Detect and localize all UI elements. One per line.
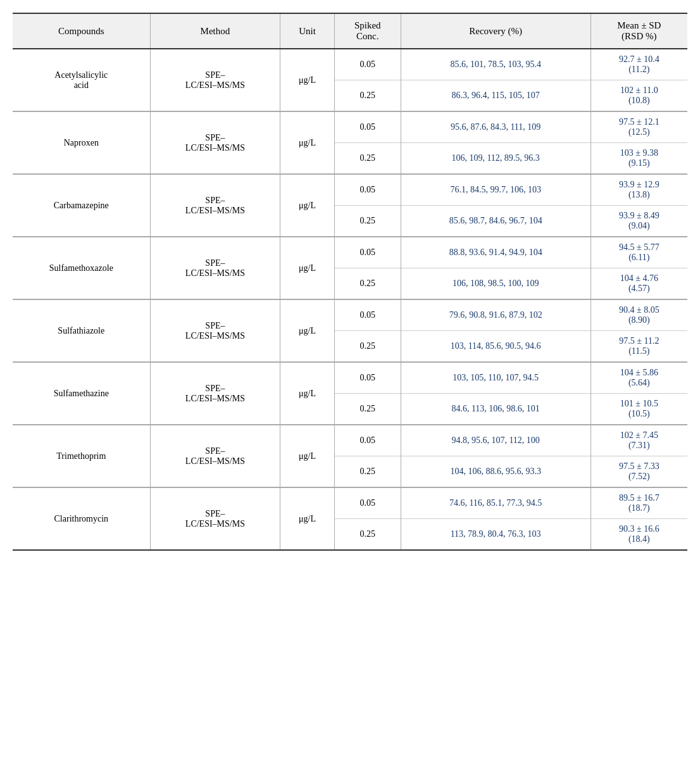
mean-sd-cell: 97.5 ± 7.33(7.52) [591,456,687,488]
mean-sd-cell: 97.5 ± 12.1(12.5) [591,111,687,143]
unit-cell: μg/L [280,49,335,111]
unit-cell: μg/L [280,174,335,237]
compound-name-cell: Trimethoprim [13,425,150,487]
mean-sd-cell: 93.9 ± 8.49(9.04) [591,206,687,237]
method-cell: SPE–LC/ESI–MS/MS [150,425,280,487]
compound-name-cell: Naproxen [13,111,150,174]
conc-cell: 0.25 [334,456,401,488]
conc-cell: 0.25 [334,331,401,363]
mean-sd-cell: 104 ± 4.76(4.57) [591,268,687,300]
table-row: AcetylsalicylicacidSPE–LC/ESI–MS/MSμg/L0… [13,49,687,80]
mean-sd-cell: 103 ± 9.38(9.15) [591,143,687,175]
recovery-cell: 94.8, 95.6, 107, 112, 100 [401,425,591,456]
mean-sd-cell: 104 ± 5.86(5.64) [591,362,687,394]
mean-sd-cell: 92.7 ± 10.4(11.2) [591,49,687,80]
table-row: CarbamazepineSPE–LC/ESI–MS/MSμg/L0.0576.… [13,174,687,206]
compound-name-cell: Sulfathiazole [13,299,150,362]
compound-name-cell: Sulfamethoxazole [13,237,150,299]
unit-cell: μg/L [280,425,335,487]
mean-sd-cell: 90.4 ± 8.05(8.90) [591,299,687,331]
recovery-cell: 85.6, 98.7, 84.6, 96.7, 104 [401,206,591,237]
recovery-cell: 113, 78.9, 80.4, 76.3, 103 [401,519,591,551]
table-row: SulfathiazoleSPE–LC/ESI–MS/MSμg/L0.0579.… [13,299,687,331]
table-row: NaproxenSPE–LC/ESI–MS/MSμg/L0.0595.6, 87… [13,111,687,143]
method-cell: SPE–LC/ESI–MS/MS [150,299,280,362]
header-recovery: Recovery (%) [401,13,591,49]
header-mean-sd: Mean ± SD(RSD %) [591,13,687,49]
conc-cell: 0.25 [334,143,401,175]
conc-cell: 0.05 [334,299,401,331]
table-wrapper: Compounds Method Unit SpikedConc. Recove… [13,13,687,551]
table-row: ClarithromycinSPE–LC/ESI–MS/MSμg/L0.0574… [13,487,687,519]
unit-cell: μg/L [280,362,335,425]
method-cell: SPE–LC/ESI–MS/MS [150,49,280,111]
conc-cell: 0.25 [334,268,401,300]
recovery-cell: 85.6, 101, 78.5, 103, 95.4 [401,49,591,80]
data-table: Compounds Method Unit SpikedConc. Recove… [13,13,687,551]
recovery-cell: 95.6, 87.6, 84.3, 111, 109 [401,111,591,143]
recovery-cell: 104, 106, 88.6, 95.6, 93.3 [401,456,591,488]
conc-cell: 0.05 [334,174,401,206]
method-cell: SPE–LC/ESI–MS/MS [150,237,280,299]
mean-sd-cell: 102 ± 7.45(7.31) [591,425,687,456]
recovery-cell: 84.6, 113, 106, 98.6, 101 [401,394,591,425]
method-cell: SPE–LC/ESI–MS/MS [150,362,280,425]
conc-cell: 0.25 [334,519,401,551]
table-row: SulfamethazineSPE–LC/ESI–MS/MSμg/L0.0510… [13,362,687,394]
recovery-cell: 106, 109, 112, 89.5, 96.3 [401,143,591,175]
header-method: Method [150,13,280,49]
table-row: TrimethoprimSPE–LC/ESI–MS/MSμg/L0.0594.8… [13,425,687,456]
conc-cell: 0.05 [334,425,401,456]
recovery-cell: 106, 108, 98.5, 100, 109 [401,268,591,300]
unit-cell: μg/L [280,237,335,299]
conc-cell: 0.05 [334,49,401,80]
header-row: Compounds Method Unit SpikedConc. Recove… [13,13,687,49]
conc-cell: 0.05 [334,111,401,143]
compound-name-cell: Acetylsalicylicacid [13,49,150,111]
conc-cell: 0.05 [334,362,401,394]
recovery-cell: 86.3, 96.4, 115, 105, 107 [401,80,591,112]
method-cell: SPE–LC/ESI–MS/MS [150,174,280,237]
unit-cell: μg/L [280,487,335,550]
recovery-cell: 103, 114, 85.6, 90.5, 94.6 [401,331,591,363]
unit-cell: μg/L [280,111,335,174]
unit-cell: μg/L [280,299,335,362]
conc-cell: 0.25 [334,394,401,425]
mean-sd-cell: 97.5 ± 11.2(11.5) [591,331,687,363]
mean-sd-cell: 102 ± 11.0(10.8) [591,80,687,112]
recovery-cell: 88.8, 93.6, 91.4, 94.9, 104 [401,237,591,268]
compound-name-cell: Sulfamethazine [13,362,150,425]
mean-sd-cell: 89.5 ± 16.7(18.7) [591,487,687,519]
table-row: SulfamethoxazoleSPE–LC/ESI–MS/MSμg/L0.05… [13,237,687,268]
mean-sd-cell: 90.3 ± 16.6(18.4) [591,519,687,551]
method-cell: SPE–LC/ESI–MS/MS [150,487,280,550]
recovery-cell: 79.6, 90.8, 91.6, 87.9, 102 [401,299,591,331]
conc-cell: 0.25 [334,80,401,112]
method-cell: SPE–LC/ESI–MS/MS [150,111,280,174]
mean-sd-cell: 93.9 ± 12.9(13.8) [591,174,687,206]
conc-cell: 0.25 [334,206,401,237]
header-spiked-conc: SpikedConc. [334,13,401,49]
table-body: AcetylsalicylicacidSPE–LC/ESI–MS/MSμg/L0… [13,49,687,550]
recovery-cell: 103, 105, 110, 107, 94.5 [401,362,591,394]
recovery-cell: 74.6, 116, 85.1, 77.3, 94.5 [401,487,591,519]
recovery-cell: 76.1, 84.5, 99.7, 106, 103 [401,174,591,206]
conc-cell: 0.05 [334,487,401,519]
compound-name-cell: Clarithromycin [13,487,150,550]
compound-name-cell: Carbamazepine [13,174,150,237]
mean-sd-cell: 94.5 ± 5.77(6.11) [591,237,687,268]
mean-sd-cell: 101 ± 10.5(10.5) [591,394,687,425]
conc-cell: 0.05 [334,237,401,268]
header-compounds: Compounds [13,13,150,49]
header-unit: Unit [280,13,335,49]
